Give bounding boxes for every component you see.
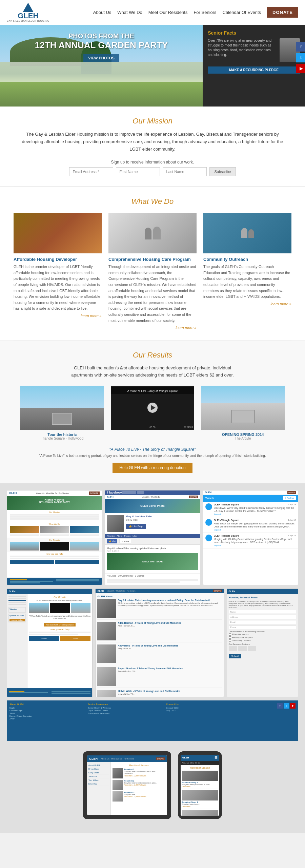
footer-contact-col: Contact Us Contact GLEH Help GLEH <box>166 703 239 720</box>
footer-resource-2[interactable]: Gay & Lesbian Center <box>88 710 161 712</box>
footer-link-1[interactable]: Eagle <box>9 707 83 709</box>
fb-timeline-tab[interactable]: Timeline <box>107 535 115 537</box>
phone-section-title: Resident Stories <box>182 766 218 769</box>
sidebar-item-about[interactable]: About GLEH <box>88 764 109 767</box>
tablet-donate-btn[interactable]: DONATE <box>156 757 165 760</box>
main-content-area: Our Results GLEH built the nation's firs… <box>27 594 92 688</box>
sidebar-item-jane[interactable]: Jane Doe <box>88 775 109 778</box>
fb-share-action[interactable]: ↗ Share <box>119 539 131 543</box>
tweets-follow-button[interactable]: + Follow <box>283 496 296 500</box>
results-row: Tour the historic Triangle Square - Holl… <box>20 386 285 440</box>
fb-like-button[interactable]: 👍 Like Page <box>126 524 146 529</box>
footer-fb-icon[interactable]: f <box>277 703 283 709</box>
fb-post-image: DIMLY UNIT SAFE <box>107 553 198 570</box>
screenshot-news: GLEH About Us What We Do For Seniors DON… <box>95 589 224 697</box>
volunteer-btn[interactable]: Volunteer <box>29 636 59 641</box>
fb-top-bar: f facebook <box>105 490 200 495</box>
fb-photos-tab[interactable]: Photos <box>124 535 130 537</box>
tablet-content: GLEH About Us What We Do For Seniors DON… <box>87 755 167 815</box>
result-argyle: OPENING SPRING 2014 The Argyle <box>201 386 285 440</box>
tablet-nav-2[interactable]: What We Do <box>111 758 122 760</box>
nav-what-we-do[interactable]: What We Do <box>117 10 142 15</box>
footer-resource-3[interactable]: Transgender Resources <box>88 712 161 714</box>
footer-link-4[interactable]: Human Rights Campaign <box>9 715 83 717</box>
sponsor-cta-button[interactable]: make a pledge <box>9 619 25 621</box>
nav-meet-residents[interactable]: Meet Our Residents <box>148 10 188 15</box>
help-donate-button[interactable]: Help GLEH with a recurring donation <box>113 463 192 473</box>
sidebar-item-tom[interactable]: Tom Wilson <box>88 778 109 782</box>
footer-link-2[interactable]: Lambda Legal <box>9 710 83 712</box>
hollywood-sublabel: Triangle Square - Hollywood <box>20 437 104 440</box>
logo-area: GLEH GAY & LESBIAN ELDER HOUSING <box>7 3 49 22</box>
collage-row-3: About GLEH Eagle Lambda Legal SAGE Human… <box>7 700 298 741</box>
fb-likes-tab[interactable]: Likes <box>133 535 137 537</box>
collage-section: GLEH About Us What We Do For Seniors DON… <box>0 483 305 833</box>
card-care-learn-more[interactable]: learn more » <box>108 326 197 330</box>
fb-about-tab[interactable]: About <box>117 535 122 537</box>
screenshot-tweets: GLEH DONATE Tweets + Follow GLEH-Triangl… <box>203 490 298 585</box>
donate-sm-btn[interactable]: Donate <box>60 636 90 641</box>
recurring-donation-btn[interactable]: Help GLEH with a recurring donation <box>44 623 76 626</box>
news-article-2: Allan Herman - 9 Tales of Young Love and… <box>97 622 222 642</box>
read-more-2[interactable]: Read more... 2,000 Followers <box>124 784 165 786</box>
view-photos-button[interactable]: VIEW PHOTOS <box>83 54 119 62</box>
card-housing-learn-more[interactable]: learn more » <box>14 314 102 318</box>
argyle-sublabel: The Argyle <box>201 437 285 440</box>
footer-resource-1[interactable]: Senior Health & Wellness <box>88 707 161 709</box>
first-name-input[interactable] <box>116 167 160 176</box>
result-hollywood: Tour the historic Triangle Square - Holl… <box>20 386 104 440</box>
footer-link-3[interactable]: SAGE <box>9 712 83 714</box>
sidebar-item-brynn[interactable]: Brynn Elder <box>88 767 109 771</box>
last-name-input[interactable] <box>163 167 207 176</box>
footer-yt-icon[interactable]: ▶ <box>290 703 296 709</box>
contact-submit-button[interactable]: Submit <box>229 654 242 658</box>
footer-help-link[interactable]: Help GLEH <box>166 710 239 712</box>
phone-read-more-1[interactable]: Read more... <box>182 786 218 788</box>
read-more-3[interactable]: Read more... 2,000 Followers <box>124 795 165 797</box>
nav-about-us[interactable]: About Us <box>93 10 111 15</box>
play-button-icon[interactable] <box>147 403 158 413</box>
fb-like-action[interactable]: 👍 Like <box>107 539 117 543</box>
tweet-1: GLEH-Triangle Square 3 Apr 14 BIG NEWS! … <box>203 502 298 517</box>
footer-social-col: f t ▶ <box>244 703 296 720</box>
checkbox-housing[interactable] <box>229 633 231 636</box>
checkbox-outreach[interactable] <box>229 639 231 642</box>
contact-email-field[interactable]: Email <box>229 620 297 624</box>
email-input[interactable] <box>69 167 113 176</box>
tablet-nav-3[interactable]: For Seniors <box>124 758 134 760</box>
contact-phone-field[interactable]: Phone <box>229 625 297 629</box>
read-more-1[interactable]: Read more... 2,000 Followers <box>124 775 165 777</box>
twitter-social-button[interactable]: t <box>296 53 305 62</box>
subscribe-button[interactable]: Subscribe <box>209 167 236 176</box>
news-content: GLEH News Gay & Lesbian Elder Housing an… <box>96 593 223 697</box>
contact-address-field[interactable]: Address <box>229 615 297 619</box>
phone-story-2-image <box>182 790 218 801</box>
card-community-learn-more[interactable]: learn more » <box>203 302 291 306</box>
phone-device: GLEH ☰ About Us What We Do Resident Stor… <box>178 751 222 819</box>
news-article-5: Melvin White - 9 Tales of Young Love and… <box>97 690 222 697</box>
checkbox-care[interactable] <box>229 636 231 639</box>
phone-logo: GLEH <box>182 756 189 759</box>
youtube-social-button[interactable]: ▶ <box>296 64 305 73</box>
results-intro: GLEH built the nation's first affordable… <box>20 365 285 379</box>
sidebar-item-ellen[interactable]: Ellen Ray <box>88 782 109 786</box>
donate-button[interactable]: DONATE <box>267 7 298 18</box>
phone-read-more-2[interactable]: Read more... <box>182 806 218 808</box>
facebook-social-button[interactable]: f <box>296 42 305 52</box>
hero-section: f t ▶ PHOTOS FROM THE 12TH ANNUAL GARDEN… <box>0 25 305 107</box>
fb-post-date: April 1, 2014 <box>107 550 198 552</box>
nav-calendar[interactable]: Calendar Of Events <box>223 10 261 15</box>
sidebar-item-larry[interactable]: Larry Smith <box>88 771 109 775</box>
hamburger-menu-icon[interactable]: ☰ <box>215 756 218 759</box>
card-housing-text: GLEH is the premier developer of LGBT-fr… <box>14 264 102 312</box>
tablet-nav-1[interactable]: About Us <box>101 758 109 760</box>
fb-post-likes: 46 Likes · 10 Comments · 3 Shares <box>105 573 200 578</box>
footer-tw-icon[interactable]: t <box>284 703 289 709</box>
nav-for-seniors[interactable]: For Seniors <box>194 10 216 15</box>
results-section: Our Results GLEH built the nation's firs… <box>0 341 305 483</box>
contact-name-field[interactable]: Name <box>229 610 297 614</box>
footer-link-5[interactable]: AARP <box>9 718 83 720</box>
pledge-button[interactable]: MAKE A RECURRING PLEDGE <box>208 66 300 74</box>
video-image[interactable]: A Place To Live - Story of Triangle Squa… <box>111 386 195 430</box>
footer-contact-link[interactable]: Contact GLEH <box>166 707 239 709</box>
